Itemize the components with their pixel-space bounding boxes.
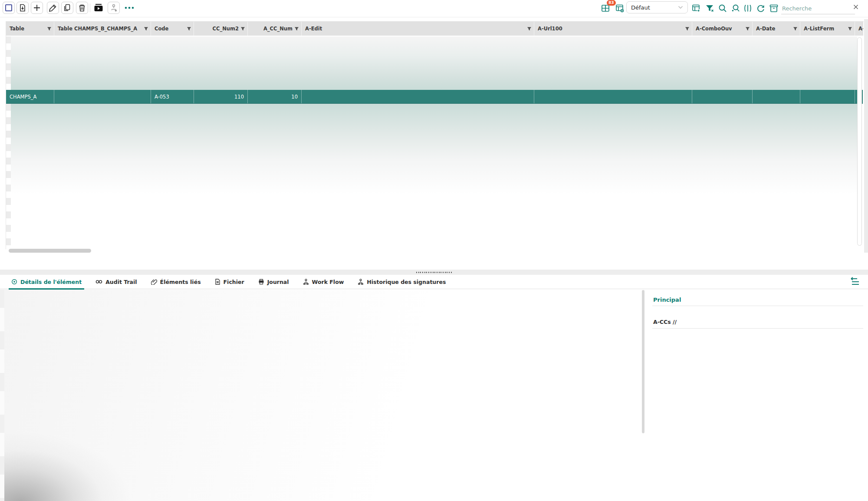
cell-a-listferm[interactable]	[800, 90, 855, 103]
column-header-clipped[interactable]: A-C	[855, 22, 863, 36]
plus-icon	[33, 3, 41, 12]
chevron-down-icon	[678, 6, 683, 9]
column-label: A-Url100	[538, 26, 562, 32]
column-header-cc-num2[interactable]: CC_Num2	[194, 22, 248, 36]
workflow-assign-button[interactable]	[108, 2, 120, 14]
collapse-panel-button[interactable]	[847, 277, 861, 287]
tab-label: Audit Trail	[105, 279, 137, 285]
column-header-a-date[interactable]: A-Date	[753, 22, 800, 36]
views-badge: 83	[607, 0, 616, 6]
column-label: A-Edit	[305, 26, 322, 32]
filter-funnel-icon[interactable]	[47, 26, 52, 31]
search-button[interactable]	[718, 3, 727, 13]
archive-box-icon	[769, 3, 779, 13]
filter-funnel-icon[interactable]	[240, 26, 245, 31]
view-selector[interactable]: Défaut	[626, 1, 688, 13]
filter-funnel-icon[interactable]	[187, 26, 191, 31]
export-file-icon	[18, 3, 27, 12]
tab-workflow[interactable]: Work Flow	[303, 275, 344, 289]
refresh-button[interactable]	[756, 3, 766, 13]
blurred-rows-above	[11, 36, 857, 90]
search-input[interactable]	[781, 3, 855, 14]
column-header-table[interactable]: Table	[6, 22, 54, 36]
close-icon	[853, 4, 858, 10]
pagination-bar: 1 2 3 4 5 6 7 8 9 10 ... 20 Éléments par…	[0, 253, 868, 270]
filter-funnel-icon[interactable]	[685, 26, 690, 31]
edit-button[interactable]	[47, 2, 59, 14]
filter-clear-button[interactable]	[705, 3, 714, 13]
cell-cc-num2[interactable]: 110	[194, 90, 248, 103]
tab-file[interactable]: Fichier	[215, 275, 244, 289]
details-scrollbar[interactable]	[642, 290, 644, 433]
tab-details[interactable]: Détails de l'élément	[11, 275, 82, 289]
collapse-panel-icon	[848, 277, 861, 287]
tab-audit-trail[interactable]: Audit Trail	[95, 275, 137, 289]
column-header-code[interactable]: Code	[151, 22, 194, 36]
cell-a-date[interactable]	[753, 90, 800, 103]
workflow-disabled-icon	[109, 3, 118, 12]
column-header-a-cc-num[interactable]: A_CC_Num	[248, 22, 302, 36]
window-edge-strip	[864, 19, 868, 253]
toolbar-divider	[90, 3, 90, 12]
grid-vertical-scrollbar[interactable]	[857, 37, 862, 246]
advanced-search-button[interactable]	[731, 3, 740, 13]
refresh-icon	[756, 3, 766, 13]
tab-signatures-history[interactable]: Historique des signatures	[358, 275, 446, 289]
more-options-button[interactable]	[123, 2, 135, 14]
column-header-table-champs[interactable]: Table CHAMPS_B_CHAMPS_A	[54, 22, 151, 36]
tab-journal[interactable]: Journal	[258, 275, 289, 289]
audit-links-icon	[95, 279, 102, 284]
details-eye-icon	[11, 279, 17, 285]
cell-a-url100[interactable]	[534, 90, 692, 103]
panel-field-label: A-CCs //	[653, 319, 677, 325]
column-label: Table	[10, 26, 24, 32]
cell-a-edit[interactable]	[302, 90, 534, 103]
blurred-rows-below	[11, 103, 857, 194]
column-header-a-edit[interactable]: A-Edit	[302, 22, 534, 36]
search-clear-button[interactable]	[852, 3, 860, 12]
cell-code[interactable]: A-053	[151, 90, 194, 103]
app-root: 83 Défaut	[0, 0, 868, 501]
column-header-a-url100[interactable]: A-Url100	[534, 22, 692, 36]
column-label: A-Date	[756, 26, 775, 32]
cell-a-comboouv[interactable]	[692, 90, 753, 103]
column-label: A-ComboOuv	[696, 26, 732, 32]
cell-a-cc-num[interactable]: 10	[248, 90, 302, 103]
tab-linked-elements[interactable]: Éléments liés	[151, 275, 201, 289]
column-label: Code	[155, 26, 168, 32]
split-columns-button[interactable]	[743, 3, 753, 13]
archive-box-button[interactable]	[769, 3, 779, 13]
delete-button[interactable]	[76, 2, 88, 14]
filter-funnel-icon[interactable]	[848, 26, 852, 31]
export-button[interactable]	[16, 2, 29, 14]
media-run-button[interactable]	[92, 2, 105, 14]
filter-clear-icon	[705, 3, 714, 13]
workflow-icon	[303, 279, 309, 285]
file-icon	[215, 279, 220, 285]
filter-funnel-icon[interactable]	[745, 26, 750, 31]
add-button[interactable]	[31, 2, 43, 14]
column-header-a-listferm[interactable]: A-ListFerm	[800, 22, 855, 36]
column-header-a-comboouv[interactable]: A-ComboOuv	[692, 22, 753, 36]
tab-label: Work Flow	[312, 279, 344, 285]
details-left-strip	[0, 290, 4, 501]
filter-funnel-icon[interactable]	[527, 26, 532, 31]
column-label: A-C	[858, 26, 863, 32]
trash-icon	[78, 3, 86, 12]
column-label: A-ListFerm	[804, 26, 834, 32]
paperclip-icon	[151, 279, 157, 285]
panel-divider	[652, 328, 863, 329]
cell-table[interactable]: CHAMPS_A	[6, 90, 54, 103]
duplicate-button[interactable]	[61, 2, 73, 14]
filter-funnel-icon[interactable]	[294, 26, 299, 31]
select-box-button[interactable]	[3, 2, 15, 14]
table-add-button[interactable]	[691, 3, 701, 13]
pencil-icon	[49, 3, 57, 12]
filter-funnel-icon[interactable]	[144, 26, 148, 31]
grid-horizontal-scrollbar[interactable]	[9, 249, 91, 253]
cell-table-champs[interactable]	[54, 90, 151, 103]
filter-funnel-icon[interactable]	[793, 26, 798, 31]
resize-handle[interactable]	[416, 272, 452, 273]
column-label: CC_Num2	[213, 26, 239, 32]
table-settings-button[interactable]	[615, 3, 625, 13]
